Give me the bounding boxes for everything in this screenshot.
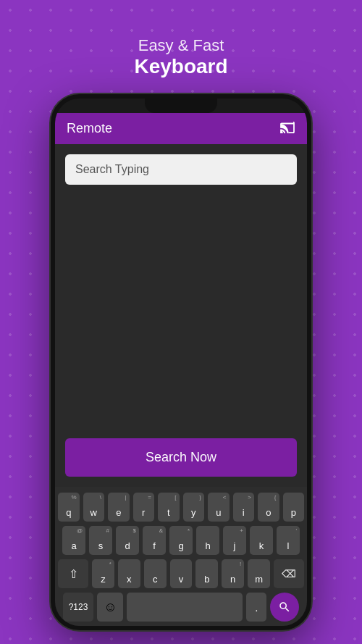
key-g[interactable]: *g [169,526,193,555]
search-key[interactable] [270,593,299,622]
key-a[interactable]: @a [62,526,85,555]
key-k[interactable]: k [250,526,273,555]
key-d[interactable]: $d [116,526,139,555]
app-title: Remote [67,121,112,136]
key-m[interactable]: m [248,559,270,588]
key-j[interactable]: +j [223,526,246,555]
key-i[interactable]: >i [233,493,255,522]
header: Easy & Fast Keyboard [134,36,227,78]
app-content: Search Typing Search Now [55,144,307,487]
app-bar: Remote [55,113,307,144]
key-row-2: @a #s $d &f *g h +j k 'l [58,526,304,555]
key-s[interactable]: #s [89,526,112,555]
search-input-text: Search Typing [75,163,149,175]
period-key[interactable]: . [246,593,266,622]
key-o[interactable]: {o [258,493,279,522]
key-f[interactable]: &f [143,526,166,555]
key-t[interactable]: [t [158,493,180,522]
key-x[interactable]: x [118,559,140,588]
key-u[interactable]: <u [208,493,230,522]
key-h[interactable]: h [196,526,219,555]
key-row-bottom: ?123 ☺ . [58,593,304,622]
key-row-3: ⇧ *z x c v b !n m ⌫ [58,559,304,588]
keyboard: %q \w |e =r [t }y <u >i {o p @a #s $d &f… [55,487,307,626]
header-subtitle: Easy & Fast [134,36,227,55]
content-area [65,193,297,438]
key-v[interactable]: v [170,559,193,588]
key-q[interactable]: %q [58,493,80,522]
key-b[interactable]: b [195,559,218,588]
space-key[interactable] [127,593,243,622]
emoji-key[interactable]: ☺ [97,593,123,622]
key-l[interactable]: 'l [277,526,300,555]
key-r[interactable]: =r [133,493,155,522]
search-now-button[interactable]: Search Now [65,438,297,477]
key-row-1: %q \w |e =r [t }y <u >i {o p [58,493,304,522]
key-p[interactable]: p [283,493,305,522]
key-n[interactable]: !n [222,559,244,588]
search-input-container[interactable]: Search Typing [65,154,297,185]
shift-key[interactable]: ⇧ [58,559,88,588]
phone-notch [145,99,217,113]
cast-icon[interactable] [279,120,295,137]
key-c[interactable]: c [144,559,167,588]
phone-frame: Remote Search Typing Search Now %q \w |e… [51,94,311,630]
key-w[interactable]: \w [83,493,105,522]
backspace-key[interactable]: ⌫ [274,559,304,588]
key-y[interactable]: }y [183,493,205,522]
key-z[interactable]: *z [92,559,114,588]
header-title: Keyboard [134,55,227,78]
key-e[interactable]: |e [108,493,130,522]
num-key[interactable]: ?123 [63,593,94,622]
